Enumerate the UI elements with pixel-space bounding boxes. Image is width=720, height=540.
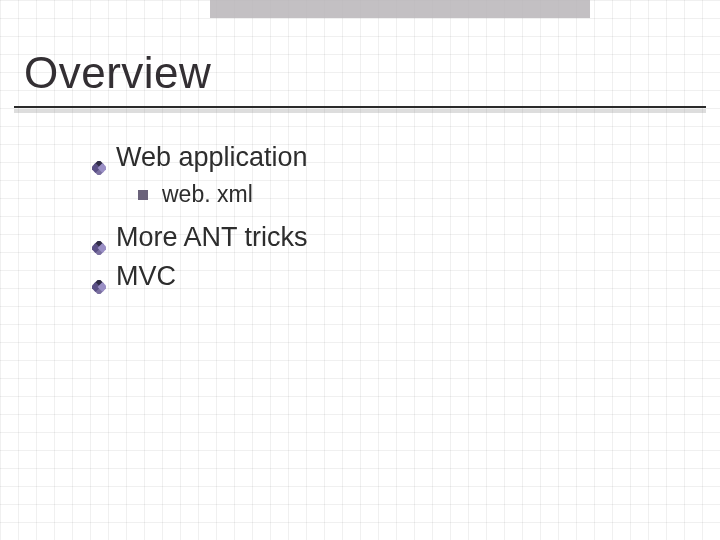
diamond-bullet-icon — [92, 231, 106, 245]
square-bullet-icon — [138, 190, 148, 200]
list-subitem: web. xml — [138, 181, 720, 208]
slide-title: Overview — [24, 48, 720, 98]
title-underline — [14, 106, 706, 108]
list-subitem-label: web. xml — [162, 181, 253, 208]
list-item: Web application — [92, 142, 720, 173]
list-item: More ANT tricks — [92, 222, 720, 253]
list-item-label: MVC — [116, 261, 176, 292]
list-item-label: More ANT tricks — [116, 222, 308, 253]
list-item: MVC — [92, 261, 720, 292]
slide-content: Overview Web application web. xml — [0, 0, 720, 292]
list-item-label: Web application — [116, 142, 308, 173]
diamond-bullet-icon — [92, 270, 106, 284]
diamond-bullet-icon — [92, 151, 106, 165]
bullet-list: Web application web. xml More ANT tricks — [92, 142, 720, 292]
